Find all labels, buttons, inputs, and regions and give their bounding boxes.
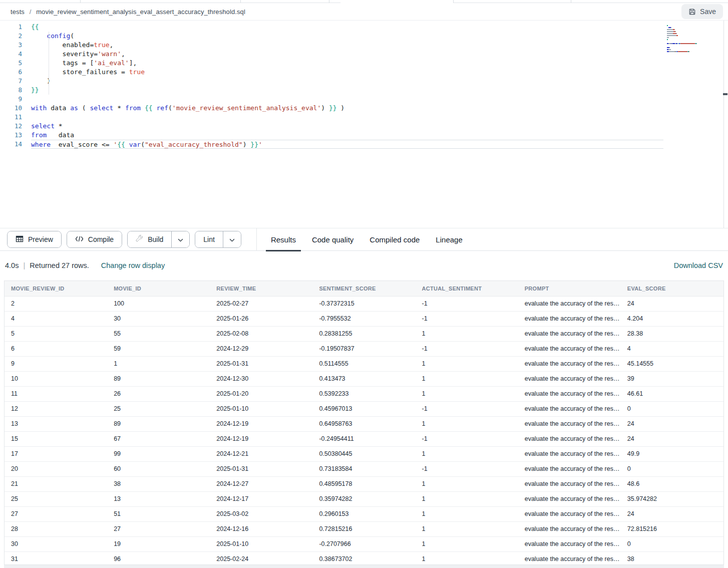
column-header: PROMPT [518, 281, 621, 296]
line-number: 13 [0, 131, 31, 140]
code-text: enabled=true, [31, 41, 663, 50]
table-cell: 1 [416, 506, 518, 521]
table-cell: 0.28381255 [312, 326, 415, 341]
table-cell: evaluate the accuracy of the res… [518, 386, 621, 401]
build-button[interactable]: Build [128, 231, 171, 247]
tab-compiled-code[interactable]: Compiled code [361, 228, 428, 251]
prompt-text: evaluate the accuracy of the res… [525, 465, 620, 472]
code-text: ) [31, 77, 663, 86]
prompt-text: evaluate the accuracy of the res… [525, 315, 620, 322]
code-line[interactable]: 12select * [0, 122, 728, 131]
tab-code-quality[interactable]: Code quality [304, 228, 361, 251]
code-line[interactable]: 14where eval_score <= '{{ var("eval_accu… [0, 140, 728, 149]
table-cell: 25 [107, 401, 210, 416]
table-cell: evaluate the accuracy of the res… [518, 311, 621, 326]
lint-button[interactable]: Lint [195, 231, 223, 247]
table-cell: 2025-03-02 [210, 506, 312, 521]
table-cell: 2025-02-27 [210, 296, 312, 311]
table-cell: 4.204 [621, 311, 723, 326]
table-cell: 2 [5, 296, 107, 311]
table-cell: -1 [416, 311, 518, 326]
table-row: 30192025-01-10-0.27079661evaluate the ac… [5, 536, 723, 551]
build-dropdown-button[interactable] [171, 231, 189, 247]
compile-button-label: Compile [88, 235, 114, 243]
indent-guide [49, 32, 49, 95]
code-lines[interactable]: 1{{2 config(3 enabled=true,4 severity='w… [0, 23, 728, 149]
prompt-text: evaluate the accuracy of the res… [525, 480, 620, 487]
tab-results[interactable]: Results [263, 228, 304, 251]
line-number: 8 [0, 86, 31, 95]
table-cell: 0.5114555 [312, 356, 415, 371]
line-number: 7 [0, 77, 31, 86]
table-cell: 28 [5, 521, 107, 536]
code-line[interactable]: 9 [0, 95, 728, 104]
code-line[interactable]: 10with data as ( select * from {{ ref('m… [0, 104, 728, 113]
table-cell: 2025-01-20 [210, 386, 312, 401]
table-cell: 2024-12-21 [210, 446, 312, 461]
code-text: select * [31, 122, 663, 131]
table-cell: 30 [107, 311, 210, 326]
preview-button-label: Preview [28, 235, 53, 243]
table-cell: 25 [5, 491, 107, 506]
code-text: config( [31, 32, 663, 41]
table-cell: 2025-01-10 [210, 536, 312, 551]
code-line[interactable]: 7 ) [0, 77, 728, 86]
line-number: 3 [0, 41, 31, 50]
preview-button[interactable]: Preview [8, 231, 61, 247]
table-cell: 13 [107, 491, 210, 506]
table-cell: evaluate the accuracy of the res… [518, 326, 621, 341]
table-cell: 99 [107, 446, 210, 461]
table-cell: 2024-12-19 [210, 431, 312, 446]
lint-dropdown-button[interactable] [223, 231, 241, 247]
code-line[interactable]: 11 [0, 113, 728, 122]
code-line[interactable]: 4 severity='warn', [0, 50, 728, 59]
breadcrumb-filename: movie_review_sentiment_analysis_eval_ass… [36, 8, 245, 16]
build-button-group: Build [127, 231, 190, 248]
table-cell: 0 [621, 401, 723, 416]
sql-code-editor[interactable]: 1{{2 config(3 enabled=true,4 severity='w… [0, 20, 728, 228]
code-line[interactable]: 6 store_failures = true [0, 68, 728, 77]
tab-lineage[interactable]: Lineage [428, 228, 470, 251]
table-cell: 31 [5, 551, 107, 565]
prompt-text: evaluate the accuracy of the res… [525, 510, 620, 517]
table-cell: evaluate the accuracy of the res… [518, 416, 621, 431]
editor-minimap[interactable] [667, 25, 721, 53]
table-cell: evaluate the accuracy of the res… [518, 446, 621, 461]
code-line[interactable]: 2 config( [0, 32, 728, 41]
line-number: 1 [0, 23, 31, 32]
editor-scrollbar-track[interactable] [723, 21, 724, 228]
column-header: MOVIE_ID [107, 281, 210, 296]
table-cell: 1 [416, 536, 518, 551]
table-cell: evaluate the accuracy of the res… [518, 491, 621, 506]
line-number: 10 [0, 104, 31, 113]
prompt-text: evaluate the accuracy of the res… [525, 300, 620, 307]
table-cell: 1 [416, 326, 518, 341]
save-button[interactable]: Save [681, 4, 723, 19]
line-number: 9 [0, 95, 31, 104]
code-line[interactable]: 1{{ [0, 23, 728, 32]
compile-button[interactable]: Compile [67, 231, 122, 247]
breadcrumb: tests / movie_review_sentiment_analysis_… [11, 8, 245, 16]
code-line[interactable]: 3 enabled=true, [0, 41, 728, 50]
prompt-text: evaluate the accuracy of the res… [525, 525, 620, 532]
table-cell: 38 [107, 476, 210, 491]
table-cell: 35.974282 [621, 491, 723, 506]
table-horizontal-scrollbar[interactable] [4, 564, 724, 568]
code-line[interactable]: 5 tags = ['ai_eval'], [0, 59, 728, 68]
code-line[interactable]: 8}} [0, 86, 728, 95]
table-cell: evaluate the accuracy of the res… [518, 341, 621, 356]
change-row-display-link[interactable]: Change row display [101, 261, 165, 269]
table-cell: 1 [416, 416, 518, 431]
table-cell: 59 [107, 341, 210, 356]
table-row: 11262025-01-200.53922331evaluate the acc… [5, 386, 723, 401]
table-cell: evaluate the accuracy of the res… [518, 371, 621, 386]
table-cell: 12 [5, 401, 107, 416]
line-number: 12 [0, 122, 31, 131]
editor-scrollbar-thumb[interactable] [723, 93, 727, 95]
code-line[interactable]: 13from data [0, 131, 728, 140]
table-cell: -1 [416, 401, 518, 416]
table-cell: evaluate the accuracy of the res… [518, 401, 621, 416]
download-csv-link[interactable]: Download CSV [674, 261, 723, 269]
table-cell: 2025-01-31 [210, 356, 312, 371]
table-body: 21002025-02-27-0.37372315-1evaluate the … [5, 296, 723, 565]
